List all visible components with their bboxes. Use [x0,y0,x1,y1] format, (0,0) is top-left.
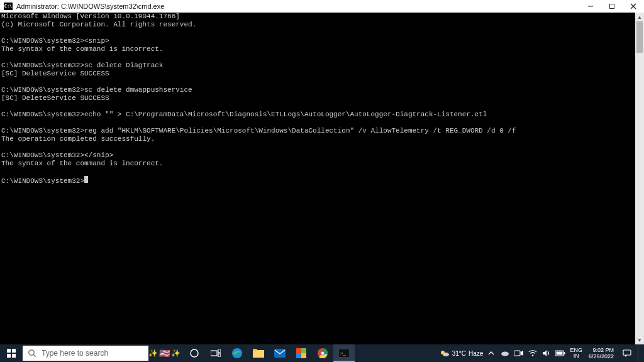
svg-rect-18 [296,348,301,353]
svg-marker-33 [543,350,547,356]
console-output[interactable]: Microsoft Windows [Version 10.0.19044.17… [0,13,635,344]
svg-point-28 [443,353,449,356]
weather-widget[interactable]: 31°C Haze [440,349,484,358]
console-line: C:\WINDOWS\system32>reg add "HKLM\SOFTWA… [1,127,516,134]
task-view-button[interactable] [205,344,226,362]
svg-rect-11 [211,351,217,356]
svg-rect-4 [7,349,11,353]
console-line: (c) Microsoft Corporation. All rights re… [1,21,196,28]
cursor [84,176,88,183]
svg-rect-13 [218,354,221,357]
cmd-icon: C:\ [4,3,13,10]
lang-bottom: IN [574,353,579,359]
scroll-up-arrow[interactable]: ▲ [635,13,644,21]
console-line: C:\WINDOWS\system32>echo "" > C:\Program… [1,111,487,118]
console-line: C:\WINDOWS\system32> [1,177,84,185]
console-area: Microsoft Windows [Version 10.0.19044.17… [0,13,644,344]
tray-chevron-up-icon[interactable] [486,344,497,362]
svg-point-32 [532,354,533,356]
language-indicator[interactable]: ENG IN [569,348,584,359]
search-icon [28,349,36,358]
console-line: The operation completed successfully. [1,135,155,143]
svg-rect-19 [301,348,306,353]
svg-marker-38 [625,355,627,357]
console-line: C:\WINDOWS\system32><snip> [1,37,109,45]
console-line: The syntax of the command is incorrect. [1,45,163,53]
taskbar-app-explorer[interactable] [248,344,269,362]
clock[interactable]: 9:02 PM 6/29/2022 [586,347,616,359]
svg-rect-5 [12,349,16,353]
search-placeholder: Type here to search [42,349,108,358]
minimize-button[interactable] [580,0,601,13]
svg-point-29 [501,352,509,356]
console-line: The syntax of the command is incorrect. [1,160,163,167]
taskbar: Type here to search ✨ 🇺🇸 ✨ >_ [0,344,644,362]
scroll-track[interactable] [635,21,644,336]
taskbar-app-cmd[interactable]: >_ [333,344,355,362]
start-button[interactable] [0,344,23,362]
tray-onedrive-icon[interactable] [499,344,511,362]
maximize-button[interactable] [601,0,623,13]
svg-rect-20 [296,353,301,358]
vertical-scrollbar[interactable]: ▲ ▼ [635,13,644,344]
clock-date: 6/29/2022 [589,353,614,359]
svg-line-9 [33,354,35,356]
svg-marker-31 [521,351,523,356]
svg-rect-35 [564,352,565,354]
console-line: C:\WINDOWS\system32>sc delete DiagTrack [1,62,163,69]
svg-rect-1 [610,4,614,9]
svg-rect-6 [7,354,11,358]
weather-temp: 31°C [452,350,466,357]
cmd-window: C:\ Administrator: C:\WINDOWS\system32\c… [0,0,644,362]
action-center-button[interactable] [619,344,635,362]
tray-volume-icon[interactable] [541,344,552,362]
svg-rect-12 [218,349,221,353]
console-line: C:\WINDOWS\system32></snip> [1,151,113,159]
weather-icon [440,349,450,358]
system-tray: 31°C Haze ENG IN [440,344,644,362]
taskbar-app-office[interactable] [291,344,312,362]
console-line: [SC] DeleteService SUCCESS [1,70,109,77]
clock-time: 9:02 PM [592,347,614,353]
close-button[interactable] [623,0,644,13]
svg-rect-37 [623,350,631,355]
svg-text:>_: >_ [340,351,347,356]
cortana-button[interactable] [184,344,205,362]
tray-battery-icon[interactable] [555,344,566,362]
scroll-thumb[interactable] [636,21,643,53]
taskbar-app-chrome[interactable] [312,344,333,362]
weather-desc: Haze [469,350,483,357]
search-box[interactable]: Type here to search [23,346,148,361]
tray-meet-now-icon[interactable] [513,344,525,362]
show-desktop-button[interactable] [638,344,641,362]
svg-point-8 [29,350,34,355]
console-line: [SC] DeleteService SUCCESS [1,94,109,102]
svg-rect-17 [274,349,286,358]
scroll-down-arrow[interactable]: ▼ [635,336,644,344]
window-title: Administrator: C:\WINDOWS\system32\cmd.e… [16,3,164,10]
svg-point-10 [191,349,198,357]
search-decoration: ✨ 🇺🇸 ✨ [148,348,180,358]
taskbar-app-edge[interactable] [226,344,248,362]
console-line: Microsoft Windows [Version 10.0.19044.17… [1,13,180,20]
console-line: C:\WINDOWS\system32>sc delete dmwappushs… [1,86,192,94]
svg-rect-7 [12,354,16,358]
svg-rect-16 [253,349,257,351]
taskbar-app-mail[interactable] [269,344,291,362]
svg-rect-21 [301,353,306,358]
titlebar: C:\ Administrator: C:\WINDOWS\system32\c… [0,0,644,13]
tray-wifi-icon[interactable] [527,344,538,362]
svg-rect-30 [514,351,520,356]
svg-point-24 [321,352,324,354]
svg-rect-36 [557,352,563,355]
